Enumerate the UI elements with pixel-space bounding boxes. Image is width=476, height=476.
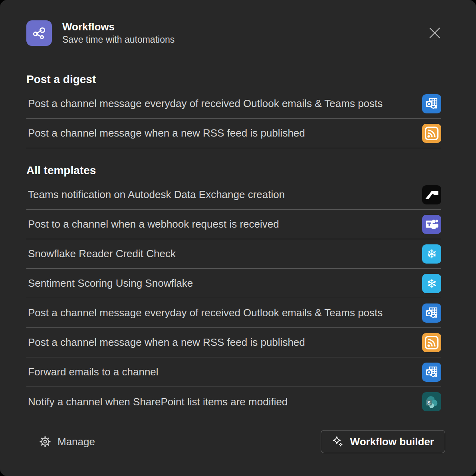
close-button[interactable]: [426, 25, 442, 41]
template-row-outlook-everyday[interactable]: Post a channel message everyday of recei…: [26, 298, 441, 328]
workflow-nodes-icon: [31, 25, 47, 41]
teams-icon: [422, 215, 441, 234]
section-heading: Post a digest: [26, 73, 441, 86]
template-row-sharepoint-notify[interactable]: Notify a channel when SharePoint list it…: [26, 387, 441, 416]
outlook-icon: [422, 303, 441, 323]
manage-label: Manage: [58, 436, 95, 448]
section-post-a-digest: Post a digest Post a channel message eve…: [26, 73, 441, 148]
header-text: Workflows Save time with automations: [62, 20, 175, 46]
template-label: Post a channel message everyday of recei…: [26, 97, 417, 110]
template-row-snowflake-sentiment[interactable]: Sentiment Scoring Using Snowflake: [26, 269, 441, 298]
sparkle-icon: [332, 436, 344, 448]
dialog-footer: Manage Workflow builder: [26, 430, 445, 453]
template-label: Teams notification on Autodesk Data Exch…: [26, 188, 417, 201]
template-label: Post a channel message everyday of recei…: [26, 307, 417, 319]
snowflake-icon: [422, 244, 441, 264]
dialog-subtitle: Save time with automations: [62, 34, 175, 46]
dialog-title: Workflows: [62, 20, 175, 34]
gear-icon: [39, 436, 51, 448]
template-label: Notify a channel when SharePoint list it…: [26, 396, 417, 408]
template-row-autodesk[interactable]: Teams notification on Autodesk Data Exch…: [26, 180, 441, 210]
template-label: Post to a channel when a webhook request…: [26, 218, 417, 230]
sharepoint-icon: [422, 392, 441, 411]
rss-icon: [422, 333, 441, 352]
template-row-rss-digest[interactable]: Post a channel message when a new RSS fe…: [26, 119, 441, 148]
template-label: Sentiment Scoring Using Snowflake: [26, 277, 417, 290]
rss-icon: [422, 124, 441, 143]
template-row-teams-webhook[interactable]: Post to a channel when a webhook request…: [26, 210, 441, 239]
outlook-icon: [422, 94, 441, 113]
dialog-content: Post a digest Post a channel message eve…: [0, 73, 476, 416]
close-icon: [429, 28, 440, 38]
outlook-icon: [422, 363, 441, 382]
workflows-dialog: Workflows Save time with automations Pos…: [0, 0, 476, 476]
dialog-header: Workflows Save time with automations: [0, 0, 476, 46]
template-label: Forward emails to a channel: [26, 366, 417, 378]
workflow-builder-label: Workflow builder: [350, 436, 434, 448]
section-all-templates: All templates Teams notification on Auto…: [26, 164, 441, 416]
workflow-builder-button[interactable]: Workflow builder: [321, 430, 445, 453]
workflows-app-icon: [26, 20, 52, 46]
template-row-snowflake-credit[interactable]: Snowflake Reader Credit Check: [26, 239, 441, 269]
template-label: Post a channel message when a new RSS fe…: [26, 127, 417, 139]
snowflake-icon: [422, 274, 441, 293]
section-heading: All templates: [26, 164, 441, 177]
manage-button[interactable]: Manage: [39, 436, 95, 448]
template-row-rss-published[interactable]: Post a channel message when a new RSS fe…: [26, 328, 441, 357]
autodesk-icon: [422, 185, 441, 204]
template-row-outlook-digest[interactable]: Post a channel message everyday of recei…: [26, 89, 441, 119]
template-label: Snowflake Reader Credit Check: [26, 248, 417, 260]
template-row-forward-emails[interactable]: Forward emails to a channel: [26, 357, 441, 387]
template-label: Post a channel message when a new RSS fe…: [26, 336, 417, 349]
